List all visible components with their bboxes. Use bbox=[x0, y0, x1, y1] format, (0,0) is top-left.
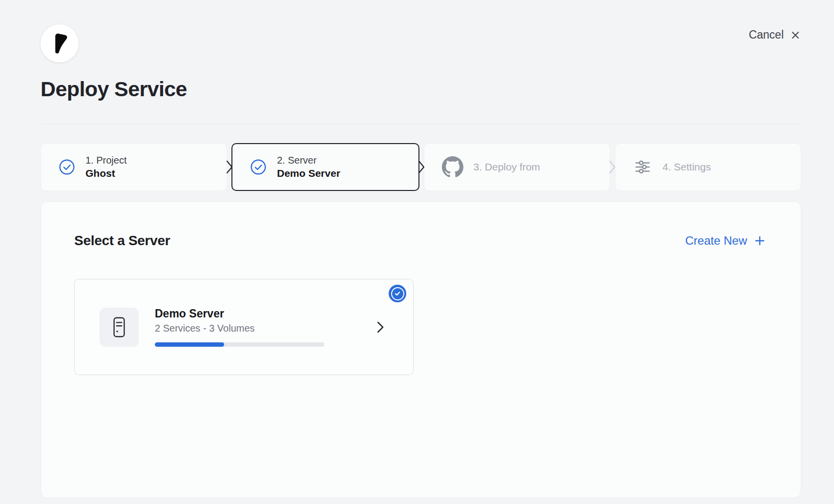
check-circle-icon bbox=[250, 159, 267, 175]
plus-icon bbox=[754, 235, 766, 247]
step-separator bbox=[419, 143, 424, 191]
server-info: Demo Server 2 Services - 3 Volumes bbox=[155, 307, 324, 347]
steps-bar: 1. Project Ghost 2. Server Demo Server bbox=[41, 143, 801, 191]
step-value: Ghost bbox=[85, 167, 126, 180]
deploy-service-modal: Cancel Deploy Service 1. Project Ghost bbox=[0, 0, 834, 498]
server-card[interactable]: Demo Server 2 Services - 3 Volumes bbox=[74, 279, 414, 375]
chevron-separator-icon bbox=[226, 160, 233, 174]
server-icon bbox=[111, 315, 127, 339]
server-card-subtitle: 2 Services - 3 Volumes bbox=[155, 323, 324, 334]
server-tile bbox=[100, 308, 139, 347]
step-separator bbox=[227, 143, 231, 191]
step-server[interactable]: 2. Server Demo Server bbox=[231, 143, 419, 191]
app-logo-mark bbox=[46, 30, 73, 57]
check-icon bbox=[394, 290, 401, 297]
step-separator bbox=[610, 143, 615, 191]
step-value: Demo Server bbox=[277, 167, 340, 180]
step-number-label: 3. Deploy from bbox=[474, 161, 541, 173]
header-divider bbox=[41, 124, 801, 124]
step-text: 1. Project Ghost bbox=[85, 154, 126, 180]
step-settings[interactable]: 4. Settings bbox=[615, 143, 801, 191]
close-icon bbox=[790, 30, 801, 41]
topbar: Cancel bbox=[0, 0, 834, 63]
server-card-title: Demo Server bbox=[155, 307, 324, 320]
step-text: 2. Server Demo Server bbox=[277, 154, 340, 180]
page-title: Deploy Service bbox=[41, 77, 834, 101]
server-select-panel: Select a Server Create New bbox=[41, 201, 801, 498]
progress-fill bbox=[155, 342, 224, 347]
chevron-right-icon bbox=[376, 321, 385, 334]
create-new-label: Create New bbox=[685, 234, 747, 248]
check-circle-icon bbox=[59, 159, 75, 175]
chevron-separator-icon bbox=[608, 160, 616, 174]
check-badge-icon bbox=[391, 287, 404, 300]
panel-heading: Select a Server bbox=[74, 233, 170, 249]
cancel-button[interactable]: Cancel bbox=[749, 28, 801, 42]
step-deploy-from[interactable]: 3. Deploy from bbox=[424, 143, 610, 191]
cancel-label: Cancel bbox=[749, 28, 784, 42]
step-number-label: 4. Settings bbox=[663, 161, 711, 173]
github-icon bbox=[442, 156, 463, 178]
step-number-label: 1. Project bbox=[85, 154, 126, 167]
create-new-button[interactable]: Create New bbox=[685, 234, 766, 248]
sliders-icon bbox=[633, 159, 652, 175]
panel-header: Select a Server Create New bbox=[74, 233, 766, 249]
app-logo bbox=[41, 24, 79, 63]
chevron-separator-icon bbox=[417, 160, 425, 174]
step-number-label: 2. Server bbox=[277, 154, 340, 167]
server-usage-progressbar bbox=[155, 342, 324, 347]
selected-check-badge bbox=[389, 285, 406, 302]
step-project[interactable]: 1. Project Ghost bbox=[41, 143, 227, 191]
